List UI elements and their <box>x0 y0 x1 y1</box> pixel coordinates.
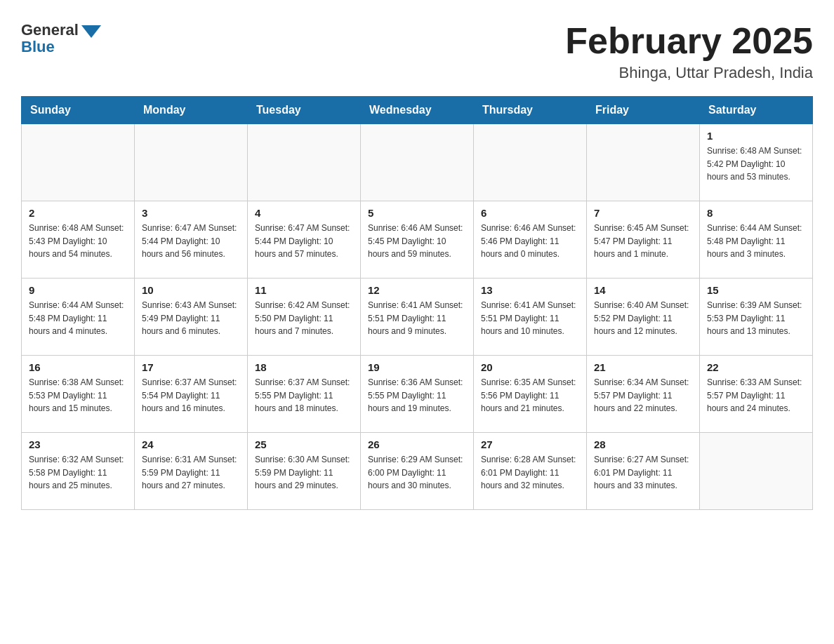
day-info: Sunrise: 6:30 AM Sunset: 5:59 PM Dayligh… <box>255 453 353 492</box>
calendar-day-cell: 25Sunrise: 6:30 AM Sunset: 5:59 PM Dayli… <box>248 433 361 510</box>
calendar-week-row: 1Sunrise: 6:48 AM Sunset: 5:42 PM Daylig… <box>22 124 813 201</box>
calendar-day-cell: 8Sunrise: 6:44 AM Sunset: 5:48 PM Daylig… <box>700 201 813 279</box>
calendar-day-cell: 7Sunrise: 6:45 AM Sunset: 5:47 PM Daylig… <box>587 201 700 279</box>
day-info: Sunrise: 6:45 AM Sunset: 5:47 PM Dayligh… <box>594 222 692 261</box>
day-number: 28 <box>594 438 692 450</box>
calendar-day-cell: 13Sunrise: 6:41 AM Sunset: 5:51 PM Dayli… <box>474 279 587 356</box>
calendar-week-row: 2Sunrise: 6:48 AM Sunset: 5:43 PM Daylig… <box>22 201 813 279</box>
day-info: Sunrise: 6:33 AM Sunset: 5:57 PM Dayligh… <box>707 376 805 415</box>
calendar-day-cell: 26Sunrise: 6:29 AM Sunset: 6:00 PM Dayli… <box>361 433 474 510</box>
logo-blue-text: Blue <box>21 38 55 56</box>
calendar-day-cell: 9Sunrise: 6:44 AM Sunset: 5:48 PM Daylig… <box>22 279 135 356</box>
calendar-day-cell: 6Sunrise: 6:46 AM Sunset: 5:46 PM Daylig… <box>474 201 587 279</box>
calendar-week-row: 9Sunrise: 6:44 AM Sunset: 5:48 PM Daylig… <box>22 279 813 356</box>
day-number: 23 <box>29 438 127 450</box>
day-number: 19 <box>368 361 466 373</box>
day-of-week-header: Saturday <box>700 97 813 124</box>
day-info: Sunrise: 6:46 AM Sunset: 5:46 PM Dayligh… <box>481 222 579 261</box>
day-number: 2 <box>29 207 127 219</box>
calendar-day-cell: 22Sunrise: 6:33 AM Sunset: 5:57 PM Dayli… <box>700 356 813 433</box>
day-info: Sunrise: 6:27 AM Sunset: 6:01 PM Dayligh… <box>594 453 692 492</box>
calendar-week-row: 16Sunrise: 6:38 AM Sunset: 5:53 PM Dayli… <box>22 356 813 433</box>
day-of-week-header: Wednesday <box>361 97 474 124</box>
calendar-day-cell <box>361 124 474 201</box>
day-info: Sunrise: 6:44 AM Sunset: 5:48 PM Dayligh… <box>707 222 805 261</box>
day-number: 22 <box>707 361 805 373</box>
logo-triangle-icon <box>81 25 101 38</box>
day-info: Sunrise: 6:40 AM Sunset: 5:52 PM Dayligh… <box>594 299 692 338</box>
day-info: Sunrise: 6:31 AM Sunset: 5:59 PM Dayligh… <box>142 453 240 492</box>
calendar-day-cell: 17Sunrise: 6:37 AM Sunset: 5:54 PM Dayli… <box>135 356 248 433</box>
calendar-day-cell: 28Sunrise: 6:27 AM Sunset: 6:01 PM Dayli… <box>587 433 700 510</box>
day-number: 4 <box>255 207 353 219</box>
day-info: Sunrise: 6:28 AM Sunset: 6:01 PM Dayligh… <box>481 453 579 492</box>
day-of-week-header: Tuesday <box>248 97 361 124</box>
day-info: Sunrise: 6:43 AM Sunset: 5:49 PM Dayligh… <box>142 299 240 338</box>
calendar-day-cell: 20Sunrise: 6:35 AM Sunset: 5:56 PM Dayli… <box>474 356 587 433</box>
calendar-day-cell: 11Sunrise: 6:42 AM Sunset: 5:50 PM Dayli… <box>248 279 361 356</box>
day-info: Sunrise: 6:37 AM Sunset: 5:55 PM Dayligh… <box>255 376 353 415</box>
day-of-week-header: Monday <box>135 97 248 124</box>
calendar-table: SundayMondayTuesdayWednesdayThursdayFrid… <box>21 96 813 510</box>
month-title: February 2025 <box>565 21 813 61</box>
day-info: Sunrise: 6:47 AM Sunset: 5:44 PM Dayligh… <box>255 222 353 261</box>
day-info: Sunrise: 6:36 AM Sunset: 5:55 PM Dayligh… <box>368 376 466 415</box>
day-info: Sunrise: 6:34 AM Sunset: 5:57 PM Dayligh… <box>594 376 692 415</box>
day-number: 14 <box>594 284 692 296</box>
calendar-day-cell <box>474 124 587 201</box>
day-number: 16 <box>29 361 127 373</box>
calendar-day-cell: 15Sunrise: 6:39 AM Sunset: 5:53 PM Dayli… <box>700 279 813 356</box>
location-text: Bhinga, Uttar Pradesh, India <box>565 64 813 82</box>
day-number: 7 <box>594 207 692 219</box>
day-info: Sunrise: 6:48 AM Sunset: 5:43 PM Dayligh… <box>29 222 127 261</box>
day-number: 27 <box>481 438 579 450</box>
day-number: 24 <box>142 438 240 450</box>
day-of-week-header: Thursday <box>474 97 587 124</box>
calendar-day-cell <box>22 124 135 201</box>
day-info: Sunrise: 6:44 AM Sunset: 5:48 PM Dayligh… <box>29 299 127 338</box>
day-number: 20 <box>481 361 579 373</box>
calendar-day-cell: 16Sunrise: 6:38 AM Sunset: 5:53 PM Dayli… <box>22 356 135 433</box>
day-number: 13 <box>481 284 579 296</box>
calendar-day-cell: 21Sunrise: 6:34 AM Sunset: 5:57 PM Dayli… <box>587 356 700 433</box>
calendar-body: 1Sunrise: 6:48 AM Sunset: 5:42 PM Daylig… <box>22 124 813 510</box>
title-block: February 2025 Bhinga, Uttar Pradesh, Ind… <box>565 21 813 82</box>
day-info: Sunrise: 6:32 AM Sunset: 5:58 PM Dayligh… <box>29 453 127 492</box>
calendar-day-cell: 19Sunrise: 6:36 AM Sunset: 5:55 PM Dayli… <box>361 356 474 433</box>
day-number: 15 <box>707 284 805 296</box>
day-number: 25 <box>255 438 353 450</box>
day-number: 17 <box>142 361 240 373</box>
day-info: Sunrise: 6:35 AM Sunset: 5:56 PM Dayligh… <box>481 376 579 415</box>
calendar-day-cell: 14Sunrise: 6:40 AM Sunset: 5:52 PM Dayli… <box>587 279 700 356</box>
calendar-day-cell <box>135 124 248 201</box>
day-info: Sunrise: 6:46 AM Sunset: 5:45 PM Dayligh… <box>368 222 466 261</box>
day-number: 8 <box>707 207 805 219</box>
calendar-day-cell: 3Sunrise: 6:47 AM Sunset: 5:44 PM Daylig… <box>135 201 248 279</box>
day-number: 21 <box>594 361 692 373</box>
day-number: 1 <box>707 130 805 142</box>
calendar-day-cell: 2Sunrise: 6:48 AM Sunset: 5:43 PM Daylig… <box>22 201 135 279</box>
day-number: 18 <box>255 361 353 373</box>
calendar-day-cell: 23Sunrise: 6:32 AM Sunset: 5:58 PM Dayli… <box>22 433 135 510</box>
day-info: Sunrise: 6:29 AM Sunset: 6:00 PM Dayligh… <box>368 453 466 492</box>
day-number: 6 <box>481 207 579 219</box>
calendar-day-cell <box>248 124 361 201</box>
day-number: 11 <box>255 284 353 296</box>
day-number: 12 <box>368 284 466 296</box>
calendar-day-cell: 27Sunrise: 6:28 AM Sunset: 6:01 PM Dayli… <box>474 433 587 510</box>
day-info: Sunrise: 6:47 AM Sunset: 5:44 PM Dayligh… <box>142 222 240 261</box>
calendar-day-cell <box>700 433 813 510</box>
calendar-day-cell: 5Sunrise: 6:46 AM Sunset: 5:45 PM Daylig… <box>361 201 474 279</box>
calendar-day-cell: 18Sunrise: 6:37 AM Sunset: 5:55 PM Dayli… <box>248 356 361 433</box>
day-info: Sunrise: 6:39 AM Sunset: 5:53 PM Dayligh… <box>707 299 805 338</box>
day-info: Sunrise: 6:42 AM Sunset: 5:50 PM Dayligh… <box>255 299 353 338</box>
calendar-week-row: 23Sunrise: 6:32 AM Sunset: 5:58 PM Dayli… <box>22 433 813 510</box>
page-header: General Blue February 2025 Bhinga, Uttar… <box>21 21 813 82</box>
calendar-day-cell <box>587 124 700 201</box>
day-number: 10 <box>142 284 240 296</box>
day-number: 3 <box>142 207 240 219</box>
logo-general-text: General <box>21 21 79 39</box>
day-info: Sunrise: 6:38 AM Sunset: 5:53 PM Dayligh… <box>29 376 127 415</box>
calendar-day-cell: 10Sunrise: 6:43 AM Sunset: 5:49 PM Dayli… <box>135 279 248 356</box>
calendar-day-cell: 4Sunrise: 6:47 AM Sunset: 5:44 PM Daylig… <box>248 201 361 279</box>
